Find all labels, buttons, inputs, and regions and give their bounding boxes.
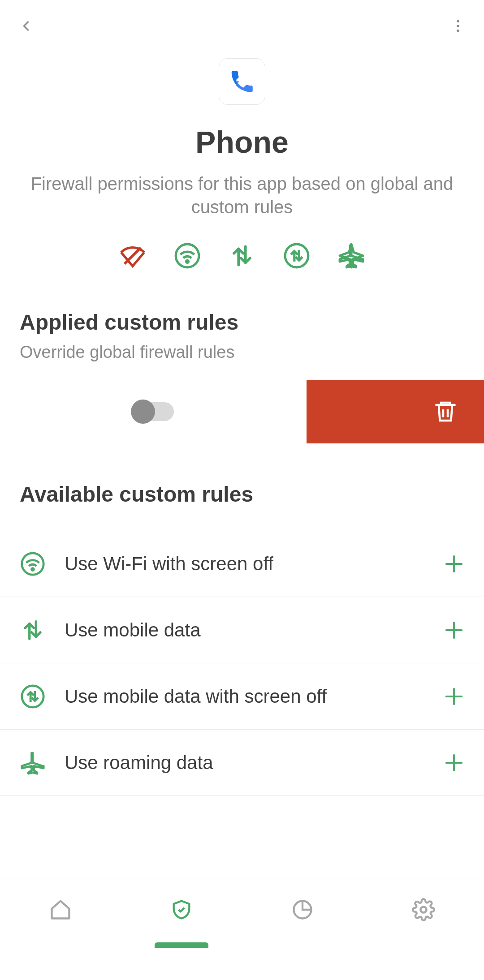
wifi-blocked-icon[interactable] — [119, 242, 147, 270]
rule-label: Use mobile data with screen off — [65, 686, 444, 707]
rule-label: Use Wi-Fi with screen off — [65, 553, 444, 575]
svg-point-2 — [457, 30, 459, 32]
svg-point-10 — [32, 568, 34, 571]
rule-mobile-data[interactable]: Use mobile data — [0, 597, 484, 663]
app-title: Phone — [0, 125, 484, 159]
nav-firewall[interactable] — [121, 878, 242, 941]
rule-mobile-data-screenoff[interactable]: Use mobile data with screen off — [0, 663, 484, 730]
rule-label: Use roaming data — [65, 752, 444, 774]
applied-rules-title: Applied custom rules — [0, 310, 484, 335]
applied-rule-row — [0, 380, 484, 443]
svg-point-6 — [285, 244, 308, 267]
rule-roaming[interactable]: Use roaming data — [0, 730, 484, 796]
nav-home[interactable] — [0, 878, 121, 941]
svg-point-5 — [186, 260, 188, 262]
wifi-screenoff-icon — [20, 551, 46, 577]
svg-point-15 — [22, 685, 43, 707]
svg-line-3 — [125, 248, 141, 264]
applied-rules-subtitle: Override global firewall rules — [0, 343, 484, 362]
back-button[interactable] — [18, 18, 34, 36]
pie-chart-icon — [291, 898, 314, 921]
roaming-icon[interactable] — [337, 242, 365, 270]
svg-point-21 — [421, 907, 427, 912]
plus-icon[interactable] — [444, 620, 464, 640]
nav-active-indicator — [155, 942, 208, 948]
toggle-knob — [131, 400, 155, 424]
nav-settings[interactable] — [363, 878, 484, 941]
available-rules-title: Available custom rules — [0, 482, 484, 507]
app-subtitle: Firewall permissions for this app based … — [0, 172, 484, 219]
rule-toggle[interactable] — [133, 402, 174, 421]
mobile-data-screenoff-icon[interactable] — [283, 242, 311, 270]
plus-icon[interactable] — [444, 752, 464, 773]
nav-stats[interactable] — [242, 878, 363, 941]
home-icon — [49, 898, 72, 921]
rule-wifi-screenoff[interactable]: Use Wi-Fi with screen off — [0, 531, 484, 597]
svg-point-0 — [457, 20, 459, 22]
more-menu-button[interactable] — [450, 18, 466, 36]
app-icon — [219, 58, 265, 105]
status-icon-row — [0, 242, 484, 270]
gear-icon — [412, 898, 435, 921]
delete-rule-button[interactable] — [307, 380, 484, 443]
trash-icon — [432, 398, 459, 425]
plus-icon[interactable] — [444, 554, 464, 574]
mobile-data-icon — [20, 617, 46, 643]
back-icon — [18, 18, 34, 34]
more-icon — [450, 18, 466, 34]
shield-check-icon — [170, 898, 193, 921]
mobile-data-screenoff-icon — [20, 683, 46, 709]
phone-icon — [228, 68, 256, 95]
roaming-icon — [20, 750, 46, 776]
rule-label: Use mobile data — [65, 619, 444, 641]
bottom-nav — [0, 878, 484, 941]
svg-point-1 — [457, 25, 459, 27]
available-rules-list: Use Wi-Fi with screen off Use mobile dat… — [0, 531, 484, 796]
wifi-screenoff-icon[interactable] — [173, 242, 201, 270]
mobile-data-icon[interactable] — [228, 242, 256, 270]
plus-icon[interactable] — [444, 686, 464, 707]
